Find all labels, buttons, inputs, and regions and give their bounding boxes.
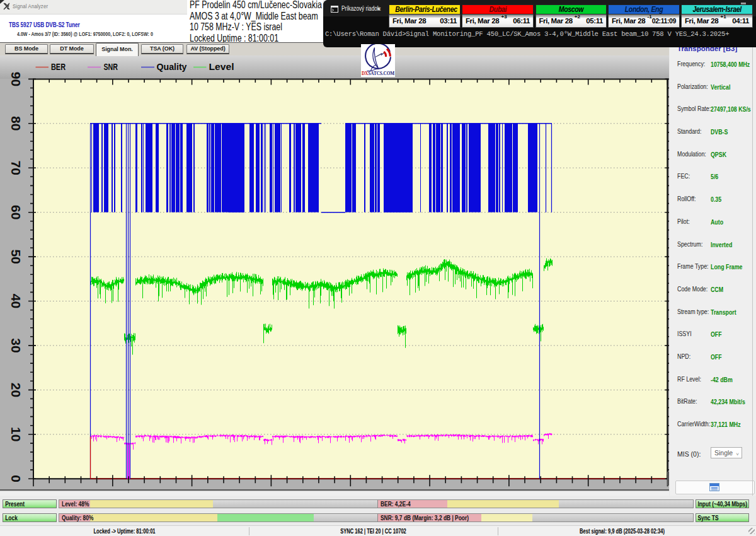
- svg-text:20: 20: [9, 383, 23, 397]
- svg-text:DXSATCS.COM: DXSATCS.COM: [362, 71, 394, 76]
- svg-text:70: 70: [9, 161, 23, 175]
- svg-text:0: 0: [9, 475, 23, 482]
- svg-text:10: 10: [9, 427, 23, 441]
- svg-text:30: 30: [9, 338, 23, 352]
- svg-text:Level: Level: [209, 62, 234, 72]
- svg-text:50: 50: [9, 249, 23, 264]
- svg-text:80: 80: [9, 116, 23, 131]
- svg-text:40: 40: [9, 294, 23, 308]
- svg-text:BER: BER: [51, 62, 66, 72]
- svg-text:SNR: SNR: [104, 62, 118, 72]
- svg-text:60: 60: [8, 205, 23, 219]
- svg-text:90: 90: [9, 72, 23, 86]
- svg-text:Quality: Quality: [157, 62, 187, 72]
